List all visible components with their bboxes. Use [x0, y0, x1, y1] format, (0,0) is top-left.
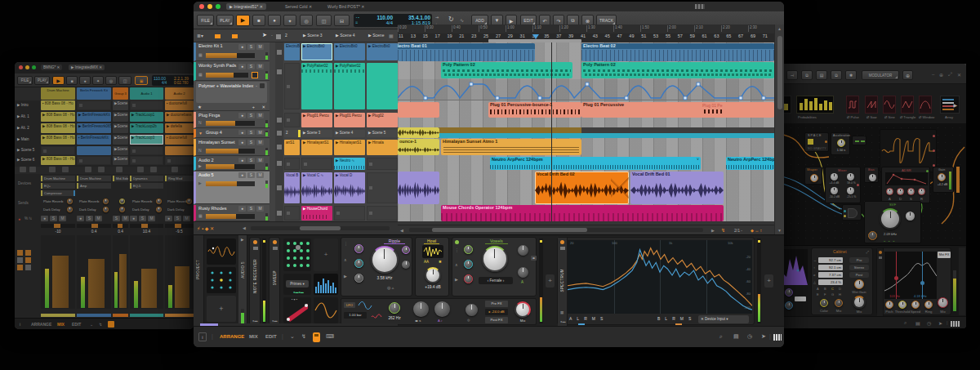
group-scene-cell[interactable]: ▶Scene 5: [113, 146, 128, 155]
piano-keyboard-icon[interactable]: [951, 321, 960, 327]
launcher-clip[interactable]: ▶ PolyPatter02: [334, 63, 365, 109]
track-header-rusty[interactable]: Rusty Rhodes ●SM ▦: [194, 205, 270, 221]
ripple-device[interactable]: Ripple ⋮ ∧ ▶ 3.58 kHz ◎ ▵: [341, 237, 412, 296]
close-icon[interactable]: ✕: [99, 65, 102, 69]
eq-freq-red[interactable]: 103 Hz: [889, 294, 900, 298]
empty-clip-slot[interactable]: [130, 146, 163, 155]
empty-clip-slot[interactable]: [284, 158, 300, 170]
ripple-freq-value[interactable]: 3.58 kHz: [368, 276, 402, 280]
gear-icon[interactable]: [273, 240, 277, 244]
solo-button[interactable]: S: [86, 216, 93, 221]
file-icon[interactable]: ▤: [915, 320, 920, 326]
freq-value[interactable]: 262 Hz: [382, 316, 407, 320]
folder-icon[interactable]: [560, 247, 565, 250]
lfo-badge[interactable]: LFO: [344, 302, 355, 308]
expand-icon[interactable]: ⤢: [948, 72, 952, 78]
fill-icon[interactable]: ∿: [460, 17, 464, 23]
zoom-button[interactable]: [216, 4, 220, 9]
channel-a-buttons[interactable]: ALRMS: [569, 316, 603, 321]
pitch-knob[interactable]: [885, 301, 893, 309]
ball-grid-tile[interactable]: [283, 238, 311, 271]
close-icon[interactable]: ✕: [260, 4, 263, 9]
record-button[interactable]: ●: [268, 15, 281, 26]
link-icon[interactable]: ↯: [301, 333, 306, 340]
fader-handle[interactable]: [119, 254, 127, 308]
ring-knob[interactable]: [924, 301, 933, 309]
module-svf[interactable]: SVF 2.09 kHz ⌄ ⌄ ⌄: [864, 201, 921, 243]
track-tab-label[interactable]: AUDIO 5: [241, 261, 245, 279]
module-adsr[interactable]: ADSR A D S R: [881, 167, 930, 203]
gain-knob[interactable]: [938, 173, 946, 181]
scroll-up-icon[interactable]: ▲: [777, 26, 782, 31]
clip-cell[interactable]: ▶ TrackLoop2b: [130, 123, 163, 133]
track-name[interactable]: Audio 2: [198, 158, 214, 163]
solo-button[interactable]: S: [247, 206, 255, 212]
track-name[interactable]: Rusty Rhodes: [198, 206, 227, 211]
snap-icon[interactable]: ⌄: [90, 322, 93, 327]
fader-handle[interactable]: [141, 269, 157, 308]
playstart-marker[interactable]: [532, 34, 539, 39]
device-item[interactable]: Mid-Side Split: [113, 176, 128, 181]
position-value[interactable]: 35.4.1.00: [394, 15, 430, 20]
transport-display[interactable]: 110.00 4/4 2.2.1.39 0:02.780: [152, 75, 194, 86]
ripple-knob-small[interactable]: [402, 246, 410, 254]
spectrum-display[interactable]: 20 100 1k 10k -20 -40 -60 -80 -100: [568, 240, 752, 314]
channel-button[interactable]: A: [569, 316, 572, 321]
mute-button[interactable]: M: [59, 216, 66, 221]
mute-button[interactable]: M: [148, 216, 155, 221]
bias-knob[interactable]: [869, 174, 876, 181]
vowels-knob-small[interactable]: [464, 260, 473, 269]
scroll-down-icon[interactable]: ▼: [777, 228, 782, 233]
view-arrange[interactable]: ARRANGE: [31, 322, 51, 327]
adsr-r-knob[interactable]: [918, 188, 925, 195]
module-small[interactable]: [852, 136, 866, 145]
stop-clip-button[interactable]: [277, 145, 282, 149]
tempo-value[interactable]: 110.00: [365, 15, 393, 20]
eq-marker-red[interactable]: [896, 252, 897, 299]
empty-clip-slot[interactable]: [284, 206, 300, 221]
module-acceleration[interactable]: Acceleration 1.50 s: [831, 132, 850, 155]
svf-cutoff-knob[interactable]: [880, 208, 901, 230]
solo-button[interactable]: S: [247, 130, 255, 135]
module-space[interactable]: SPACE NO GRAVITY: [804, 132, 829, 152]
play-menu-button[interactable]: PLAY: [34, 76, 50, 85]
play-icon[interactable]: ▶: [455, 277, 458, 282]
project-module-grid[interactable]: [207, 267, 236, 293]
scroll-left-icon[interactable]: ◀: [243, 225, 246, 230]
device-vertical-header[interactable]: [877, 248, 884, 316]
play-menu-button[interactable]: PLAY: [216, 15, 234, 26]
howl-device[interactable]: Howl AA ✱ +19.4 dB: [415, 237, 449, 296]
fader-track[interactable]: [41, 235, 75, 309]
sweep-device[interactable]: SWEEP ●▬: [269, 237, 280, 325]
stop-clips-button[interactable]: [137, 167, 144, 172]
scene-label-alt2[interactable]: ▶ Alt. 2: [17, 126, 29, 130]
arm-button[interactable]: ●: [238, 172, 246, 178]
vowels-knob-small[interactable]: [464, 245, 473, 254]
stop-clip-button[interactable]: [277, 50, 282, 55]
lfo-rate-box[interactable]: 1.00 bar: [344, 312, 367, 319]
launcher-clip[interactable]: ▶ ElectroBit0: [367, 43, 398, 60]
search-icon[interactable]: ⊕: [939, 72, 943, 78]
v-thumb[interactable]: [777, 36, 782, 109]
pan-slider[interactable]: [77, 224, 111, 228]
send-plate-reverb[interactable]: Plate Reverb: [79, 199, 99, 203]
fader-track[interactable]: [130, 235, 163, 309]
titlebar-meter-icon[interactable]: [695, 4, 705, 9]
mute-button[interactable]: M: [256, 206, 264, 212]
modulator-button[interactable]: MODULATOR: [862, 70, 899, 80]
cabinet-value-box[interactable]: 92.7 cm: [818, 257, 843, 263]
group-scene-cell[interactable]: ▶Scene 1: [113, 100, 128, 110]
stop-clips-button[interactable]: [98, 167, 105, 172]
big-knob[interactable]: [434, 301, 450, 317]
fx-gain-box[interactable]: ▸ -24.0 dB: [485, 309, 508, 315]
device-menu-icon[interactable]: ⋮: [344, 241, 348, 246]
post-fx-button[interactable]: Post FX: [485, 317, 508, 323]
automation-button[interactable]: ✦: [92, 76, 104, 85]
module-logic-gate[interactable]: [842, 204, 862, 221]
global-record-icon[interactable]: ●: [18, 216, 20, 221]
launcher-clip[interactable]: ▶ HouseChord: [301, 206, 332, 221]
close-button[interactable]: [19, 65, 23, 69]
mixer-value[interactable]: -10.2 dB: [826, 195, 843, 198]
mixer-knob[interactable]: [847, 187, 854, 194]
expand-icon[interactable]: ⤢: [866, 250, 869, 254]
